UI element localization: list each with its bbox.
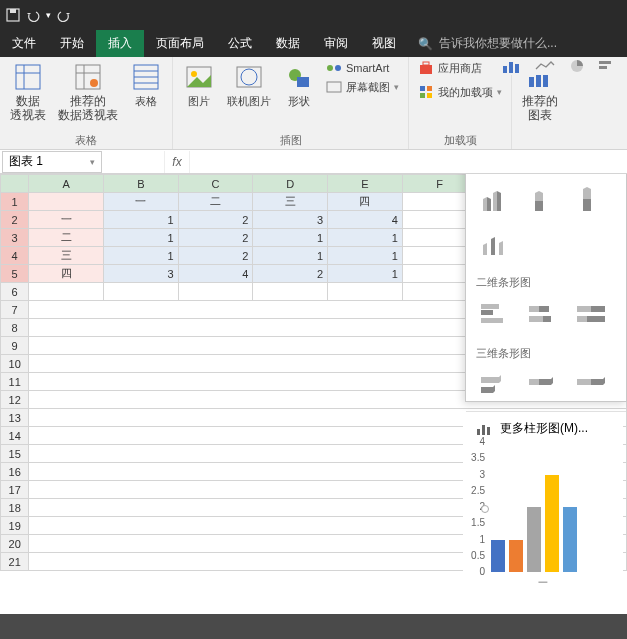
undo-icon[interactable] [26,8,40,22]
tab-insert[interactable]: 插入 [96,30,144,57]
picture-button[interactable]: 图片 [179,59,219,110]
row-header[interactable]: 1 [1,193,29,211]
100-stacked-bar-option[interactable] [572,296,612,332]
col-header[interactable]: B [104,175,179,193]
app-store-button[interactable]: 应用商店 [415,59,505,77]
redo-icon[interactable] [57,8,71,22]
cell[interactable]: 2 [178,211,253,229]
name-box[interactable]: 图表 1 ▾ [2,151,102,173]
worksheet-area[interactable]: A B C D E F G H 1一二三四 2一1234 3二1211 4三12… [0,174,627,614]
my-addins-button[interactable]: 我的加载项 ▾ [415,83,505,101]
3d-stacked-column-option[interactable] [524,181,564,217]
cell[interactable]: 一 [29,211,104,229]
smartart-button[interactable]: SmartArt [323,59,402,77]
cell[interactable]: 4 [328,211,403,229]
tab-home[interactable]: 开始 [48,30,96,57]
cell[interactable]: 1 [328,247,403,265]
cell[interactable] [104,283,179,301]
3d-clustered-column-option[interactable] [476,181,516,217]
row-header[interactable]: 3 [1,229,29,247]
cell[interactable]: 4 [178,265,253,283]
chart-y-tick: 2.5 [465,485,485,496]
cell[interactable]: 1 [328,229,403,247]
quick-access-toolbar: ▾ [6,8,71,22]
chart-icon-column[interactable] [503,59,523,73]
cell[interactable] [29,193,104,211]
col-header[interactable]: E [328,175,403,193]
cell[interactable]: 3 [253,211,328,229]
3d-stacked-bar-option[interactable] [524,367,564,403]
cell[interactable] [253,283,328,301]
tell-me-search[interactable]: 🔍 告诉我你想要做什么... [408,30,567,57]
shapes-button[interactable]: 形状 [279,59,319,110]
cell[interactable]: 四 [29,265,104,283]
cell[interactable]: 2 [178,229,253,247]
smartart-icon [326,60,342,76]
chart-icon-line[interactable] [535,59,555,73]
chart-icon-pie[interactable] [567,59,587,73]
chevron-down-icon[interactable]: ▾ [90,157,95,167]
row-header[interactable]: 6 [1,283,29,301]
tab-formulas[interactable]: 公式 [216,30,264,57]
tab-file[interactable]: 文件 [0,30,48,57]
online-picture-button[interactable]: 联机图片 [223,59,275,110]
row-header[interactable]: 2 [1,211,29,229]
select-all-corner[interactable] [1,175,29,193]
addins-icon [418,84,434,100]
save-icon[interactable] [6,8,20,22]
stacked-bar-option[interactable] [524,296,564,332]
col-header[interactable]: A [29,175,104,193]
table-button[interactable]: 表格 [126,59,166,110]
3d-100-stacked-bar-option[interactable] [572,367,612,403]
3d-100-stacked-column-option[interactable] [572,181,612,217]
chart-y-tick: 1 [465,534,485,545]
svg-point-14 [90,79,98,87]
svg-rect-30 [420,86,425,91]
cell[interactable]: 三 [29,247,104,265]
cell[interactable] [178,283,253,301]
cell[interactable]: 1 [253,247,328,265]
screenshot-button[interactable]: 屏幕截图 ▾ [323,78,402,96]
tab-review[interactable]: 审阅 [312,30,360,57]
cell[interactable] [29,283,104,301]
svg-rect-8 [16,65,40,89]
cell[interactable]: 二 [29,229,104,247]
row-header[interactable]: 5 [1,265,29,283]
row-header[interactable]: 4 [1,247,29,265]
col-header[interactable]: C [178,175,253,193]
tab-pagelayout[interactable]: 页面布局 [144,30,216,57]
more-column-charts-button[interactable]: 更多柱形图(M)... [466,411,626,445]
chart-icon-bar[interactable] [599,59,619,73]
group-tables: 数据透视表 推荐的数据透视表 表格 表格 [0,57,173,149]
cell[interactable]: 1 [104,247,179,265]
clustered-bar-option[interactable] [476,296,516,332]
cell[interactable]: 3 [104,265,179,283]
cell[interactable] [328,283,403,301]
3d-clustered-bar-option[interactable] [476,367,516,403]
cell[interactable]: 二 [178,193,253,211]
fx-button[interactable]: fx [164,151,190,173]
pivot-table-button[interactable]: 数据透视表 [6,59,50,125]
col-header[interactable]: D [253,175,328,193]
chart-bar [545,475,559,573]
svg-point-20 [191,71,197,77]
chevron-down-icon[interactable]: ▾ [46,10,51,20]
svg-rect-4 [515,64,519,73]
cell[interactable]: 1 [328,265,403,283]
svg-rect-1 [10,9,16,13]
cell[interactable]: 四 [328,193,403,211]
chart-bar [509,540,523,573]
tab-view[interactable]: 视图 [360,30,408,57]
cell[interactable]: 一 [104,193,179,211]
recommended-pivot-button[interactable]: 推荐的数据透视表 [54,59,122,125]
cell[interactable]: 1 [104,229,179,247]
cell[interactable]: 2 [178,247,253,265]
cell[interactable]: 1 [253,229,328,247]
chart-x-label: 一 [463,576,623,590]
cell[interactable]: 1 [104,211,179,229]
chart-handle[interactable] [481,505,489,513]
cell[interactable]: 2 [253,265,328,283]
cell[interactable]: 三 [253,193,328,211]
tab-data[interactable]: 数据 [264,30,312,57]
3d-column-option[interactable] [476,225,516,261]
